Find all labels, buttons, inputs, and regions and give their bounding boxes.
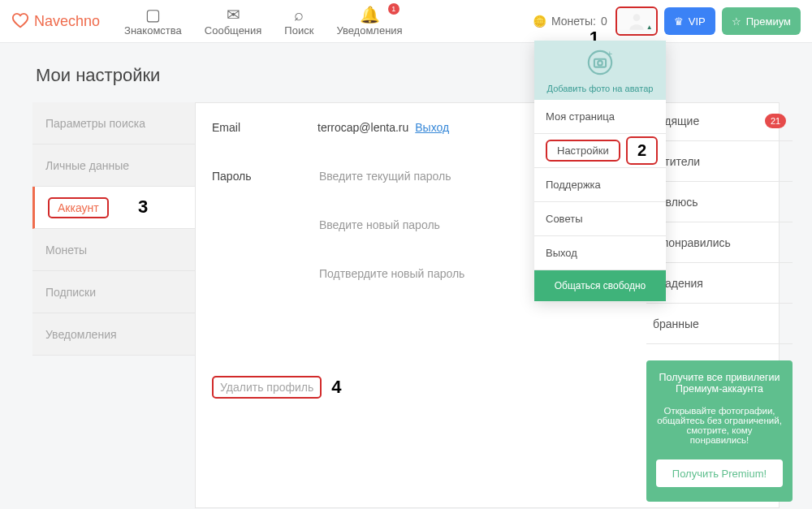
sidebar-label: Монеты [45, 244, 87, 257]
annotation-2: 2 [626, 136, 658, 165]
caret-up-icon: ▲ [646, 24, 653, 31]
promo-sub: Открывайте фотографии, общайтесь без огр… [656, 406, 783, 445]
search-icon: ⌕ [294, 6, 304, 23]
premium-promo: Получите все привилегии Премиум-аккаунта… [646, 360, 793, 502]
add-photo-label: Добавить фото на аватар [541, 84, 659, 93]
sidebar-label: Параметры поиска [45, 117, 145, 130]
right-item-like[interactable]: равлюсь [646, 182, 793, 222]
heart-icon [11, 12, 29, 30]
right-item-favorites[interactable]: бранные [646, 304, 793, 344]
sidebar-item-search-params[interactable]: Параметры поиска [32, 102, 195, 145]
avatar-icon [626, 11, 647, 32]
page-title: Мои настройки [36, 65, 780, 86]
logo[interactable]: Navechno [11, 12, 100, 30]
dd-label: Моя страница [546, 110, 615, 123]
coins-value: 0 [601, 15, 607, 28]
coins-label: Монеты: [551, 15, 596, 28]
sidebar-label: Подписки [45, 286, 96, 299]
promo-headline: Получите все привилегии Премиум-аккаунта [656, 372, 783, 395]
sidebar-label: Личные данные [45, 159, 129, 172]
premium-button[interactable]: ☆ Премиум [722, 7, 801, 35]
nav-notifications[interactable]: 🔔 1 Уведомления [336, 6, 402, 37]
right-item-incoming[interactable]: ходящие 21 [646, 101, 793, 141]
coins[interactable]: 🪙 Монеты: 0 [533, 15, 607, 28]
annotation-4: 4 [331, 377, 341, 398]
svg-point-3 [598, 61, 603, 66]
email-value: terrocap@lenta.ru [317, 121, 408, 134]
sidebar-item-subscriptions[interactable]: Подписки [32, 271, 195, 313]
annotation-3: 3 [138, 196, 148, 218]
nav-dating[interactable]: ▢ Знакомства [124, 6, 182, 37]
nav-search-label: Поиск [284, 24, 313, 37]
coins-icon: 🪙 [533, 15, 546, 28]
dropdown-my-page[interactable]: Моя страница [534, 100, 666, 134]
vip-button[interactable]: ♛ VIP [664, 7, 715, 35]
sidebar-item-coins[interactable]: Монеты [32, 229, 195, 271]
nav-dating-label: Знакомства [124, 24, 182, 37]
current-password-input[interactable] [317, 169, 529, 183]
nav-messages[interactable]: ✉ Сообщения [205, 6, 262, 37]
dd-label: Выход [546, 247, 577, 259]
sidebar-item-personal[interactable]: Личные данные [32, 145, 195, 187]
sidebar-item-account[interactable]: Аккаунт [32, 187, 195, 229]
right-item-label: бранные [653, 317, 699, 330]
get-premium-button[interactable]: Получить Premium! [656, 459, 783, 487]
promo-cta-label: Получить Premium! [672, 468, 767, 480]
premium-label: Премиум [746, 15, 791, 28]
diamond-icon: ♛ [674, 15, 684, 28]
vip-label: VIP [689, 15, 706, 28]
profile-dropdown: + Добавить фото на аватар Моя страница Н… [534, 41, 666, 301]
bell-icon: 🔔 [360, 6, 380, 23]
dd-footer-label: Общаться свободно [555, 280, 646, 291]
dropdown-chat-free[interactable]: Общаться свободно [534, 270, 666, 301]
confirm-password-input[interactable] [317, 266, 529, 281]
card-icon: ▢ [145, 6, 161, 23]
password-label: Пароль [212, 170, 317, 183]
dropdown-settings[interactable]: Настройки 2 [534, 134, 666, 168]
right-column: ходящие 21 сетители равлюсь е понравилис… [646, 101, 793, 502]
right-item-visitors[interactable]: сетители [646, 141, 793, 182]
sidebar-label: Аккаунт [48, 197, 109, 218]
svg-point-0 [633, 14, 640, 21]
settings-sidebar: Параметры поиска Личные данные Аккаунт 3… [32, 102, 195, 508]
brand-name: Navechno [34, 13, 100, 30]
new-password-input[interactable] [317, 218, 529, 232]
dropdown-logout[interactable]: Выход [534, 236, 666, 270]
dropdown-add-photo[interactable]: + Добавить фото на аватар [534, 41, 666, 100]
notif-badge: 1 [388, 3, 400, 15]
delete-profile-button[interactable]: Удалить профиль [212, 376, 322, 399]
sidebar-label: Уведомления [45, 328, 117, 341]
right-item-badge: 21 [765, 114, 786, 128]
top-nav: ▢ Знакомства ✉ Сообщения ⌕ Поиск 🔔 1 Уве… [124, 6, 403, 37]
right-item-liked[interactable]: е понравились [646, 222, 793, 263]
nav-notif-label: Уведомления [336, 24, 402, 37]
dd-label: Настройки [546, 140, 620, 162]
nav-search[interactable]: ⌕ Поиск [284, 6, 313, 37]
svg-text:+: + [607, 49, 613, 58]
dd-label: Советы [546, 213, 582, 225]
star-icon: ☆ [732, 15, 741, 28]
nav-messages-label: Сообщения [205, 24, 262, 37]
header: Navechno ▢ Знакомства ✉ Сообщения ⌕ Поис… [0, 0, 812, 42]
dropdown-support[interactable]: Поддержка [534, 168, 666, 202]
sidebar-item-notifications[interactable]: Уведомления [32, 313, 195, 356]
right-item-matches[interactable]: впадения [646, 263, 793, 304]
email-label: Email [212, 121, 317, 134]
dd-label: Поддержка [546, 179, 601, 191]
chat-icon: ✉ [227, 6, 240, 23]
logout-link[interactable]: Выход [415, 121, 449, 134]
camera-plus-icon: + [586, 49, 614, 76]
dropdown-tips[interactable]: Советы [534, 202, 666, 236]
page: Мои настройки Параметры поиска Личные да… [0, 42, 812, 508]
avatar-button[interactable]: ▲ [615, 6, 658, 36]
